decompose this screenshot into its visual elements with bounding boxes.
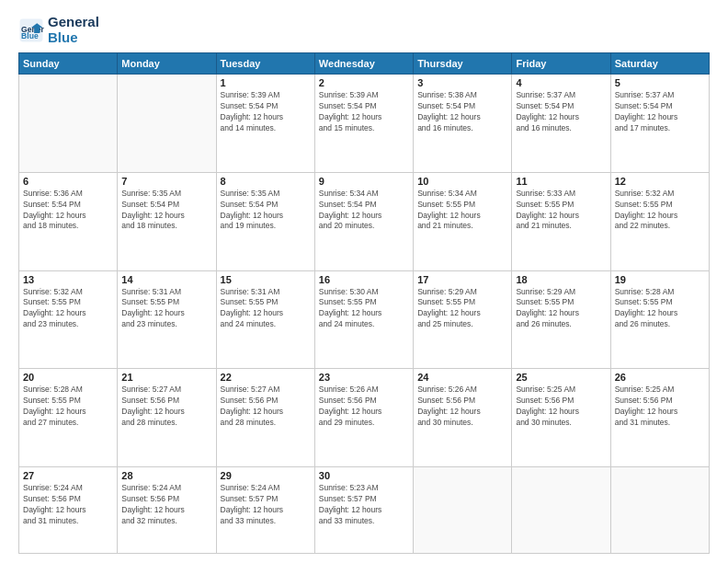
day-number: 24 — [417, 372, 507, 383]
day-number: 30 — [319, 470, 409, 481]
calendar-cell: 30Sunrise: 5:23 AM Sunset: 5:57 PM Dayli… — [314, 467, 413, 554]
day-info: Sunrise: 5:26 AM Sunset: 5:56 PM Dayligh… — [319, 385, 409, 429]
calendar-cell — [414, 467, 512, 554]
day-info: Sunrise: 5:24 AM Sunset: 5:57 PM Dayligh… — [221, 483, 311, 527]
day-info: Sunrise: 5:23 AM Sunset: 5:57 PM Dayligh… — [319, 483, 409, 527]
header-friday: Friday — [512, 53, 610, 75]
calendar-cell: 9Sunrise: 5:34 AM Sunset: 5:54 PM Daylig… — [314, 172, 413, 270]
day-number: 10 — [417, 176, 507, 187]
day-number: 17 — [417, 274, 507, 285]
calendar-cell: 12Sunrise: 5:32 AM Sunset: 5:55 PM Dayli… — [610, 172, 709, 270]
calendar-cell: 1Sunrise: 5:39 AM Sunset: 5:54 PM Daylig… — [216, 75, 314, 173]
day-info: Sunrise: 5:33 AM Sunset: 5:55 PM Dayligh… — [516, 189, 606, 233]
day-number: 27 — [23, 470, 113, 481]
weekday-header-row: Sunday Monday Tuesday Wednesday Thursday… — [19, 53, 710, 75]
calendar-cell — [610, 467, 709, 554]
calendar-cell: 14Sunrise: 5:31 AM Sunset: 5:55 PM Dayli… — [118, 270, 216, 369]
header-wednesday: Wednesday — [314, 53, 413, 75]
calendar-cell: 23Sunrise: 5:26 AM Sunset: 5:56 PM Dayli… — [314, 369, 413, 467]
calendar-cell: 27Sunrise: 5:24 AM Sunset: 5:56 PM Dayli… — [19, 467, 118, 554]
calendar-cell: 17Sunrise: 5:29 AM Sunset: 5:55 PM Dayli… — [414, 270, 512, 369]
day-number: 25 — [516, 372, 606, 383]
day-number: 6 — [23, 176, 113, 187]
calendar-cell: 7Sunrise: 5:35 AM Sunset: 5:54 PM Daylig… — [118, 172, 216, 270]
day-info: Sunrise: 5:32 AM Sunset: 5:55 PM Dayligh… — [23, 287, 113, 331]
day-number: 20 — [23, 372, 113, 383]
header-saturday: Saturday — [610, 53, 709, 75]
day-info: Sunrise: 5:36 AM Sunset: 5:54 PM Dayligh… — [23, 189, 113, 233]
day-number: 23 — [319, 372, 409, 383]
day-number: 19 — [615, 274, 705, 285]
header-tuesday: Tuesday — [216, 53, 314, 75]
calendar-cell: 6Sunrise: 5:36 AM Sunset: 5:54 PM Daylig… — [19, 172, 118, 270]
calendar-cell: 2Sunrise: 5:39 AM Sunset: 5:54 PM Daylig… — [314, 75, 413, 173]
day-info: Sunrise: 5:39 AM Sunset: 5:54 PM Dayligh… — [319, 90, 409, 134]
day-info: Sunrise: 5:25 AM Sunset: 5:56 PM Dayligh… — [615, 385, 705, 429]
calendar-cell: 26Sunrise: 5:25 AM Sunset: 5:56 PM Dayli… — [610, 369, 709, 467]
day-number: 26 — [615, 372, 705, 383]
calendar-cell — [512, 467, 610, 554]
calendar-cell: 18Sunrise: 5:29 AM Sunset: 5:55 PM Dayli… — [512, 270, 610, 369]
day-info: Sunrise: 5:31 AM Sunset: 5:55 PM Dayligh… — [221, 287, 311, 331]
calendar-cell: 5Sunrise: 5:37 AM Sunset: 5:54 PM Daylig… — [610, 75, 709, 173]
day-info: Sunrise: 5:30 AM Sunset: 5:55 PM Dayligh… — [319, 287, 409, 331]
day-info: Sunrise: 5:35 AM Sunset: 5:54 PM Dayligh… — [121, 189, 211, 233]
day-number: 28 — [121, 470, 211, 481]
day-number: 2 — [319, 77, 409, 88]
day-number: 9 — [319, 176, 409, 187]
day-info: Sunrise: 5:25 AM Sunset: 5:56 PM Dayligh… — [516, 385, 606, 429]
header: General Blue General Blue — [18, 15, 710, 45]
day-info: Sunrise: 5:32 AM Sunset: 5:55 PM Dayligh… — [615, 189, 705, 233]
day-number: 22 — [221, 372, 311, 383]
day-number: 5 — [615, 77, 705, 88]
calendar-cell: 4Sunrise: 5:37 AM Sunset: 5:54 PM Daylig… — [512, 75, 610, 173]
day-info: Sunrise: 5:38 AM Sunset: 5:54 PM Dayligh… — [417, 90, 507, 134]
calendar-cell — [118, 75, 216, 173]
day-info: Sunrise: 5:28 AM Sunset: 5:55 PM Dayligh… — [615, 287, 705, 331]
day-number: 13 — [23, 274, 113, 285]
calendar-cell: 10Sunrise: 5:34 AM Sunset: 5:55 PM Dayli… — [414, 172, 512, 270]
calendar-cell — [19, 75, 118, 173]
calendar-cell: 25Sunrise: 5:25 AM Sunset: 5:56 PM Dayli… — [512, 369, 610, 467]
day-number: 4 — [516, 77, 606, 88]
calendar-cell: 11Sunrise: 5:33 AM Sunset: 5:55 PM Dayli… — [512, 172, 610, 270]
day-info: Sunrise: 5:39 AM Sunset: 5:54 PM Dayligh… — [221, 90, 311, 134]
header-monday: Monday — [118, 53, 216, 75]
day-info: Sunrise: 5:27 AM Sunset: 5:56 PM Dayligh… — [221, 385, 311, 429]
day-number: 14 — [121, 274, 211, 285]
calendar-cell: 15Sunrise: 5:31 AM Sunset: 5:55 PM Dayli… — [216, 270, 314, 369]
calendar-cell: 21Sunrise: 5:27 AM Sunset: 5:56 PM Dayli… — [118, 369, 216, 467]
calendar-cell: 19Sunrise: 5:28 AM Sunset: 5:55 PM Dayli… — [610, 270, 709, 369]
day-number: 16 — [319, 274, 409, 285]
calendar-cell: 28Sunrise: 5:24 AM Sunset: 5:56 PM Dayli… — [118, 467, 216, 554]
calendar-cell: 13Sunrise: 5:32 AM Sunset: 5:55 PM Dayli… — [19, 270, 118, 369]
calendar-cell: 16Sunrise: 5:30 AM Sunset: 5:55 PM Dayli… — [314, 270, 413, 369]
calendar-cell: 8Sunrise: 5:35 AM Sunset: 5:54 PM Daylig… — [216, 172, 314, 270]
page: General Blue General Blue Sunday Monday … — [0, 0, 728, 563]
day-info: Sunrise: 5:29 AM Sunset: 5:55 PM Dayligh… — [516, 287, 606, 331]
day-info: Sunrise: 5:27 AM Sunset: 5:56 PM Dayligh… — [121, 385, 211, 429]
day-info: Sunrise: 5:37 AM Sunset: 5:54 PM Dayligh… — [516, 90, 606, 134]
day-info: Sunrise: 5:37 AM Sunset: 5:54 PM Dayligh… — [615, 90, 705, 134]
calendar-cell: 22Sunrise: 5:27 AM Sunset: 5:56 PM Dayli… — [216, 369, 314, 467]
header-thursday: Thursday — [414, 53, 512, 75]
logo-blue: Blue — [48, 30, 99, 46]
logo: General Blue General Blue — [18, 15, 99, 45]
day-info: Sunrise: 5:34 AM Sunset: 5:55 PM Dayligh… — [417, 189, 507, 233]
logo-icon: General Blue — [18, 17, 44, 43]
day-number: 29 — [221, 470, 311, 481]
day-info: Sunrise: 5:26 AM Sunset: 5:56 PM Dayligh… — [417, 385, 507, 429]
calendar-cell: 24Sunrise: 5:26 AM Sunset: 5:56 PM Dayli… — [414, 369, 512, 467]
day-number: 18 — [516, 274, 606, 285]
logo-general: General — [48, 15, 99, 30]
calendar-table: Sunday Monday Tuesday Wednesday Thursday… — [18, 52, 710, 554]
calendar-cell: 29Sunrise: 5:24 AM Sunset: 5:57 PM Dayli… — [216, 467, 314, 554]
day-number: 15 — [221, 274, 311, 285]
calendar-cell: 3Sunrise: 5:38 AM Sunset: 5:54 PM Daylig… — [414, 75, 512, 173]
day-number: 7 — [121, 176, 211, 187]
day-number: 11 — [516, 176, 606, 187]
day-info: Sunrise: 5:35 AM Sunset: 5:54 PM Dayligh… — [221, 189, 311, 233]
day-number: 8 — [221, 176, 311, 187]
day-info: Sunrise: 5:31 AM Sunset: 5:55 PM Dayligh… — [121, 287, 211, 331]
day-number: 21 — [121, 372, 211, 383]
